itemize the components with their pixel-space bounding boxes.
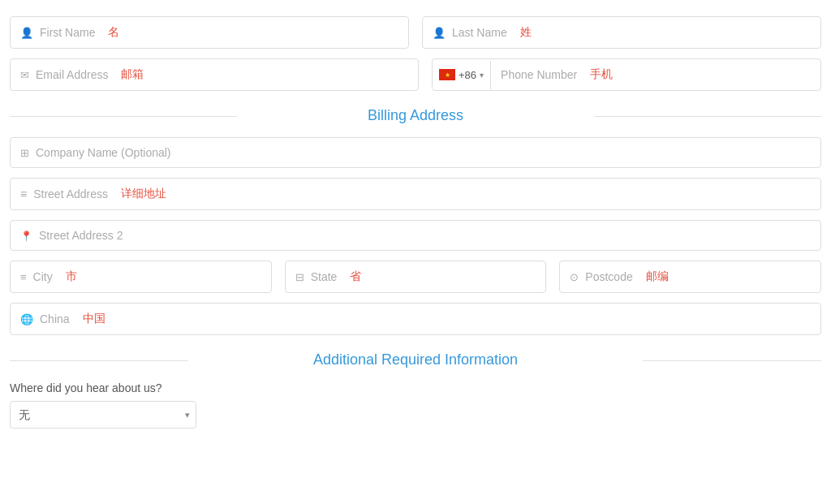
- state-placeholder: State: [311, 270, 338, 283]
- phone-placeholder: Phone Number: [501, 68, 577, 81]
- name-row: First Name 名 Last Name 姓: [10, 16, 821, 49]
- user-icon: [20, 26, 33, 39]
- email-field[interactable]: Email Address 邮箱: [10, 58, 419, 91]
- postcode-icon: [570, 270, 579, 283]
- phone-field[interactable]: +86 ▾ Phone Number 手机: [432, 58, 821, 91]
- city-placeholder: City: [33, 270, 53, 283]
- first-name-field[interactable]: First Name 名: [10, 16, 409, 49]
- billing-address-title: Billing Address: [10, 107, 821, 124]
- last-name-field[interactable]: Last Name 姓: [422, 16, 821, 49]
- country-chinese: 中国: [83, 312, 105, 326]
- street1-chinese: 详细地址: [121, 187, 166, 201]
- postcode-placeholder: Postcode: [585, 270, 632, 283]
- postcode-field[interactable]: Postcode 邮编: [559, 261, 821, 293]
- city-chinese: 市: [66, 269, 77, 284]
- email-icon: [20, 68, 29, 81]
- country-field[interactable]: China 中国: [10, 303, 821, 335]
- globe-icon: [20, 312, 33, 325]
- email-chinese: 邮箱: [121, 67, 144, 82]
- state-icon: [295, 270, 304, 283]
- hear-about-us-label: Where did you hear about us?: [10, 381, 821, 394]
- company-placeholder: Company Name (Optional): [36, 146, 171, 159]
- state-field[interactable]: State 省: [285, 261, 547, 293]
- postcode-chinese: 邮编: [646, 269, 669, 284]
- street2-icon: [20, 229, 32, 242]
- last-name-chinese: 姓: [520, 25, 532, 40]
- user-icon-2: [433, 26, 446, 39]
- street2-row: Street Address 2: [10, 220, 821, 251]
- street2-placeholder: Street Address 2: [39, 229, 123, 242]
- company-row: Company Name (Optional): [10, 137, 821, 168]
- hear-about-us-section: Where did you hear about us? 无 Google Fa…: [10, 381, 821, 429]
- street2-field[interactable]: Street Address 2: [10, 220, 821, 251]
- state-chinese: 省: [350, 269, 361, 284]
- city-state-post-row: City 市 State 省 Postcode 邮编: [10, 261, 821, 293]
- street1-field[interactable]: Street Address 详细地址: [10, 178, 821, 210]
- city-field[interactable]: City 市: [10, 261, 272, 293]
- company-field[interactable]: Company Name (Optional): [10, 137, 821, 168]
- phone-prefix-selector[interactable]: +86 ▾: [433, 61, 491, 89]
- last-name-placeholder: Last Name: [452, 26, 507, 39]
- country-value: China: [40, 312, 70, 325]
- street1-placeholder: Street Address: [33, 187, 108, 200]
- first-name-placeholder: First Name: [40, 26, 95, 39]
- contact-row: Email Address 邮箱 +86 ▾ Phone Number 手机: [10, 58, 821, 91]
- email-placeholder: Email Address: [36, 68, 108, 81]
- additional-info-title: Additional Required Information: [10, 351, 821, 368]
- phone-chinese: 手机: [590, 67, 613, 82]
- street1-icon: [20, 187, 27, 200]
- phone-prefix-code: +86: [459, 69, 476, 81]
- first-name-chinese: 名: [108, 25, 119, 40]
- building-icon: [20, 146, 29, 159]
- hear-about-us-select[interactable]: 无 Google Facebook Twitter Friend: [10, 401, 196, 429]
- china-flag-icon: [439, 69, 455, 80]
- hear-about-us-wrapper[interactable]: 无 Google Facebook Twitter Friend ▾: [10, 401, 196, 429]
- street1-row: Street Address 详细地址: [10, 178, 821, 210]
- city-icon: [20, 270, 27, 283]
- phone-input-area[interactable]: Phone Number 手机: [491, 59, 820, 90]
- form-container: First Name 名 Last Name 姓 Email Address 邮…: [10, 16, 821, 429]
- chevron-down-icon: ▾: [480, 71, 484, 80]
